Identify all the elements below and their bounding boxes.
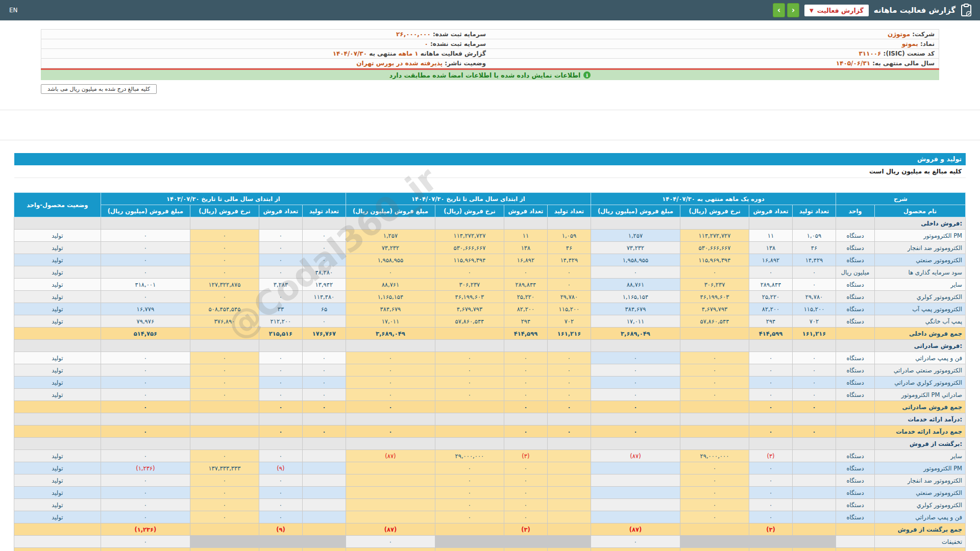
value-cell: ۰ <box>504 499 547 511</box>
value-cell: ۰ <box>190 291 259 303</box>
report-type-dropdown[interactable]: گزارش فعالیت ▼ <box>804 5 869 16</box>
value-cell: ۰ <box>302 377 346 389</box>
value-cell <box>792 450 836 462</box>
product-name-cell: الکتروموتور پمپ آب <box>875 303 966 315</box>
value-cell: ۱۷۶,۷۶۷ <box>302 328 346 340</box>
header-period-group-3: از ابتدای سال مالی تا تاریخ ۱۴۰۳/۰۷/۳۰ <box>101 193 346 205</box>
value-cell: ۰ <box>190 511 259 523</box>
unit-cell: دستگاه <box>836 279 874 291</box>
info-field: وضعیت ناشر: پذیرفته شده در بورس تهران <box>41 59 490 68</box>
status-cell: تولید <box>14 511 101 523</box>
value-cell: ۰ <box>259 266 302 279</box>
value-cell: ۲۹۴ <box>749 315 792 328</box>
value-cell: ۰ <box>101 364 190 377</box>
value-cell: ۰ <box>749 462 792 474</box>
table-row: جمع برگشت از فروش(۳)(۸۷)(۳)(۸۷)(۹)(۱,۲۳۶… <box>14 523 965 536</box>
info-value: ۳۱۱۰۰۶ <box>859 50 881 57</box>
header-subcol-3: مبلغ فروش (میلیون ریال) <box>591 205 680 217</box>
units-note: کلیه مبالغ به میلیون ریال است <box>14 165 966 178</box>
table-row: الکتروموتور کولري صادراتيدستگاه۰۰۰۰۰۰۰۰۰… <box>14 377 965 389</box>
product-name-cell: جمع برگشت از فروش <box>875 523 966 536</box>
value-cell: ۰ <box>190 242 259 254</box>
value-cell <box>792 511 836 523</box>
unit-cell <box>836 328 874 340</box>
info-field: کد صنعت (ISIC): ۳۱۱۰۰۶ <box>490 49 939 58</box>
section-empty-cell <box>547 217 591 230</box>
value-cell: ۰ <box>792 425 836 438</box>
value-cell: ۰ <box>259 364 302 377</box>
value-cell: ۱۶۱,۲۱۶ <box>547 548 591 551</box>
value-cell: ۰ <box>504 352 547 364</box>
next-report-button[interactable]: › <box>787 3 799 17</box>
value-cell: ۰ <box>749 352 792 364</box>
value-cell: ۴۶ <box>792 242 836 254</box>
value-cell: ۰ <box>680 487 749 499</box>
value-cell: ۲۸۹,۸۴۴ <box>504 279 547 291</box>
value-cell: ۰ <box>346 377 435 389</box>
value-cell: ۴۸,۲۸۰ <box>302 266 346 279</box>
value-cell: ۰ <box>190 377 259 389</box>
value-cell: ۰ <box>101 377 190 389</box>
section-label-cell: فروش داخلی: <box>875 217 966 230</box>
value-cell: ۳,۶۸۹,۰۴۹ <box>346 328 435 340</box>
value-cell <box>190 523 259 536</box>
section-empty-cell <box>435 438 504 450</box>
section-empty-cell <box>504 413 547 425</box>
status-cell: تولید <box>14 279 101 291</box>
value-cell <box>190 328 259 340</box>
section-empty-cell <box>504 340 547 352</box>
value-cell <box>435 523 504 536</box>
status-cell: تولید <box>14 487 101 499</box>
value-cell: ۰ <box>346 352 435 364</box>
section-empty-cell <box>591 413 680 425</box>
value-cell: ۰ <box>792 389 836 401</box>
value-cell <box>591 462 680 474</box>
unit-cell: دستگاه <box>836 254 874 266</box>
value-cell: ۰ <box>749 377 792 389</box>
section-empty-cell <box>680 438 749 450</box>
product-name-cell: الکتروموتور ضد انفجار <box>875 242 966 254</box>
value-cell: ۰ <box>792 279 836 291</box>
value-cell: ۰ <box>435 266 504 279</box>
value-cell: ۸۸,۷۶۱ <box>346 279 435 291</box>
value-cell: ۲۱۲,۲۰۰ <box>259 315 302 328</box>
section-empty-cell <box>190 438 259 450</box>
value-cell: ۰ <box>435 364 504 377</box>
table-row: سایردستگاه۰۲۸۹,۸۴۴۳۰۶,۲۳۷۸۸,۷۶۱۰۲۸۹,۸۴۴۳… <box>14 279 965 291</box>
value-cell <box>259 536 302 548</box>
prev-report-button[interactable]: ‹ <box>773 3 785 17</box>
value-cell: ۵۷,۸۶۰,۵۴۴ <box>435 315 504 328</box>
value-cell: ۴,۶۷۹,۷۹۳ <box>435 303 504 315</box>
product-name-cell: جمع فروش داخلی <box>875 328 966 340</box>
table-row: الکتروموتور ضد انفجاردستگاه۴۶۱۳۸۵۳۰,۶۶۶,… <box>14 242 965 254</box>
section-empty-cell <box>591 217 680 230</box>
value-cell: ۰ <box>504 474 547 487</box>
info-label: منتهی به <box>367 50 399 57</box>
value-cell: ۲۹,۷۸۰ <box>547 291 591 303</box>
value-cell: ۱۳۸ <box>749 242 792 254</box>
value-cell <box>435 328 504 340</box>
product-name-cell: سود سرمایه گذاری ها <box>875 266 966 279</box>
value-cell: ۱۱۵,۹۶۹,۳۹۴ <box>680 254 749 266</box>
value-cell: ۰ <box>749 401 792 413</box>
product-name-cell: جمع درآمد ارائه خدمات <box>875 425 966 438</box>
info-label: گزارش فعالیت ماهانه <box>419 50 486 57</box>
info-label: سرمایه ثبت شده: <box>431 31 486 38</box>
value-cell: ۱۱۴,۲۷۲,۷۲۷ <box>435 230 504 242</box>
value-cell: ۰ <box>302 254 346 266</box>
unit-cell: دستگاه <box>836 511 874 523</box>
status-cell: تولید <box>14 254 101 266</box>
section-divider-bottom <box>0 140 980 140</box>
page-title: گزارش فعالیت ماهانه <box>874 6 955 15</box>
header-subcol-3: مبلغ فروش (میلیون ریال) <box>101 205 190 217</box>
value-cell: ۷۰۲ <box>792 315 836 328</box>
value-cell: ۰ <box>749 499 792 511</box>
value-cell: ۰ <box>101 450 190 462</box>
language-toggle-en[interactable]: EN <box>9 7 18 14</box>
value-cell: ۰ <box>101 487 190 499</box>
unit-cell: دستگاه <box>836 377 874 389</box>
status-cell: تولید <box>14 377 101 389</box>
section-empty-cell <box>346 340 435 352</box>
value-cell: ۰ <box>591 389 680 401</box>
value-cell: ۳,۶۸۸,۹۶۲ <box>591 548 680 551</box>
